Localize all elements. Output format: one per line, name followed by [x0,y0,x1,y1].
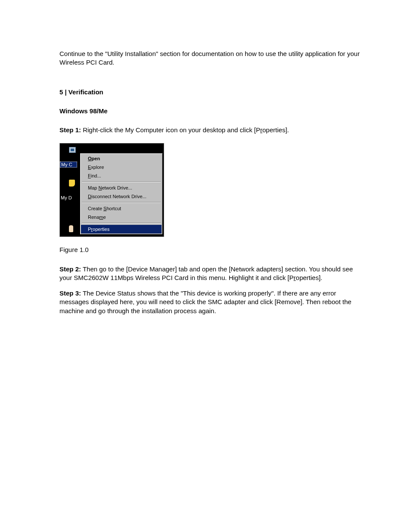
desktop-icon-label-mycomputer[interactable]: My C [60,162,77,168]
menu-rename-pre: Rena [88,215,99,220]
computer-icon [69,147,76,153]
menu-map-post: etwork Drive... [102,185,132,190]
figure-1: My C My D Open Explore Find... Map Netwo… [59,143,364,237]
context-menu: Open Explore Find... Map Network Drive..… [80,153,163,235]
desktop-icon-label-mydocs[interactable]: My D [60,195,77,200]
section-heading: 5 | Verification [59,88,364,96]
menu-open-text: pen [92,156,100,161]
documents-icon [69,180,75,187]
step-1-text-pre: Right-click the My Computer icon on your… [81,126,260,134]
menu-props-post: operties [93,227,109,232]
step-2-label: Step 2: [59,265,81,273]
document-page: Continue to the "Utility Installation" s… [0,0,411,348]
menu-shortcut-post: hortcut [106,206,121,211]
menu-find-text: ind... [91,173,101,178]
menu-separator [82,202,161,203]
menu-map-pre: Map [88,185,98,190]
menu-separator [82,223,161,224]
figure-caption: Figure 1.0 [59,246,364,254]
menu-item-create-shortcut[interactable]: Create Shortcut [81,204,162,213]
screenshot: My C My D Open Explore Find... Map Netwo… [59,143,164,237]
menu-rename-post: e [103,215,106,220]
intro-paragraph: Continue to the "Utility Installation" s… [59,50,364,67]
menu-find-mnemonic: F [88,173,91,178]
step-3: Step 3: The Device Status shows that the… [59,289,364,315]
menu-item-open[interactable]: Open [81,154,162,163]
menu-open-mnemonic: O [88,156,92,161]
menu-explore-text: xplore [91,165,104,170]
menu-item-disconnect-drive[interactable]: Disconnect Network Drive... [81,192,162,201]
step-1-text-post: operties]. [262,126,289,134]
step-2-text-post: operties]. [296,274,323,281]
step-1-label: Step 1: [59,126,81,134]
step-3-label: Step 3: [59,289,81,297]
step-3-text: The Device Status shows that the "This d… [59,289,352,314]
step-1: Step 1: Right-click the My Computer icon… [59,126,364,134]
menu-item-map-drive[interactable]: Map Network Drive... [81,184,162,192]
subheading: Windows 98/Me [59,107,364,115]
menu-item-rename[interactable]: Rename [81,213,162,221]
desktop-strip: My C My D [60,143,78,236]
menu-item-find[interactable]: Find... [81,171,162,180]
menu-disc-text: isconnect Network Drive... [91,194,146,199]
menu-disc-mnemonic: D [88,194,91,199]
menu-shortcut-pre: Create [88,206,103,211]
menu-item-explore[interactable]: Explore [81,163,162,171]
step-2: Step 2: Then go to the [Device Manager] … [59,265,364,283]
hand-icon [69,225,73,232]
menu-item-properties[interactable]: Properties [81,225,162,233]
menu-separator [82,181,161,182]
